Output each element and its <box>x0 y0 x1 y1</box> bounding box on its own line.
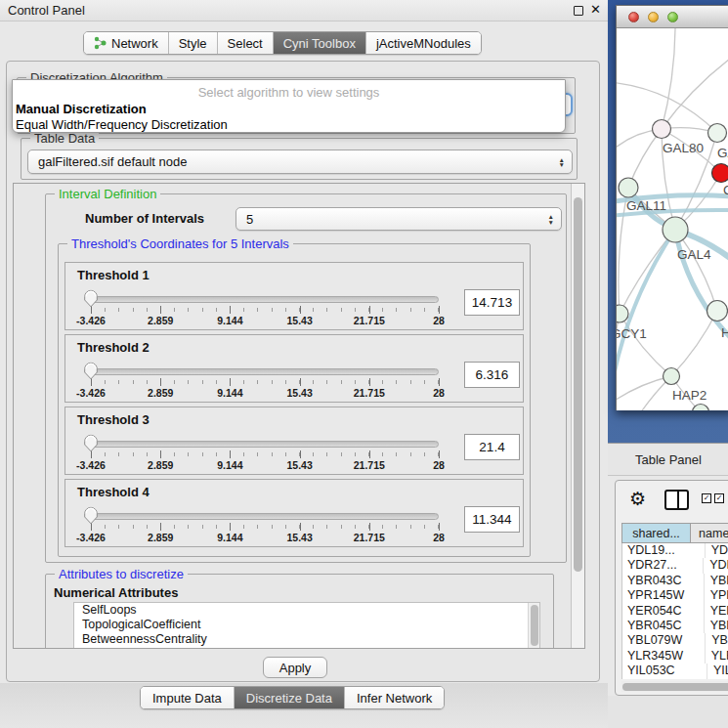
column-view-icon[interactable] <box>664 490 689 510</box>
slider-thumb[interactable] <box>84 506 99 525</box>
network-node-gal80[interactable] <box>653 120 671 139</box>
network-node-hnode[interactable] <box>707 301 728 321</box>
table-cell[interactable]: YIL053C <box>622 664 707 678</box>
algorithm-option-equal-width[interactable]: Equal Width/Frequency Discretization <box>16 117 228 132</box>
scrollbar-thumb[interactable] <box>531 605 538 646</box>
table-cell[interactable]: YDR27... <box>622 558 703 573</box>
table-cell[interactable]: YBR0 <box>704 574 728 588</box>
apply-button[interactable]: Apply <box>263 657 327 678</box>
close-icon[interactable]: ✕ <box>590 2 601 17</box>
tab-jactivemnodules[interactable]: jActiveMNodules <box>366 32 481 54</box>
threshold-slider[interactable]: -3.426 2.859 9.144 15.43 21.715 28 <box>91 511 439 546</box>
table-horizontal-scrollbar[interactable] <box>621 681 728 692</box>
table-row[interactable]: YIL053CYIL0 <box>622 664 728 678</box>
stepper-arrows-icon[interactable]: ▲▼ <box>559 156 565 167</box>
table-cell[interactable]: YLR3 <box>705 649 728 664</box>
threshold-slider[interactable]: -3.426 2.859 9.144 15.43 21.715 28 <box>91 366 439 402</box>
stepper-arrows-icon[interactable]: ▲▼ <box>548 214 554 225</box>
slider-thumb[interactable] <box>84 289 99 308</box>
table-cell[interactable]: YBR043C <box>622 574 704 588</box>
threshold-value-field[interactable]: 11.344 <box>464 506 520 533</box>
tab-network[interactable]: Network <box>84 32 169 54</box>
table-data-combobox[interactable]: galFiltered.sif default node ▲▼ <box>27 150 573 174</box>
slider-track[interactable] <box>91 296 439 303</box>
network-node-gcy1[interactable] <box>617 305 628 322</box>
network-edge[interactable] <box>662 56 728 129</box>
network-window[interactable]: GAL80GALCGAL11GAL4GCY1HHAP2 <box>616 5 728 410</box>
network-node-bpart[interactable] <box>693 405 709 411</box>
attribute-item[interactable]: BetweennessCentrality <box>74 632 539 647</box>
tab-infer-network[interactable]: Infer Network <box>345 687 444 708</box>
slider-track[interactable] <box>91 441 439 448</box>
minimize-traffic-light-icon[interactable] <box>648 12 659 22</box>
attributes-scrollbar[interactable] <box>528 603 539 649</box>
table-cell[interactable]: YDL1 <box>705 543 728 558</box>
close-traffic-light-icon[interactable] <box>628 12 639 22</box>
table-cell[interactable]: YPR1 <box>704 588 728 603</box>
table-row[interactable]: YPR145WYPR1 <box>622 588 728 603</box>
network-edge[interactable] <box>675 230 717 311</box>
network-node-hap2[interactable] <box>664 368 680 385</box>
settings-scrollbar[interactable] <box>571 184 584 648</box>
network-node-gal11[interactable] <box>619 178 638 197</box>
network-node-red[interactable] <box>712 164 728 183</box>
attribute-item[interactable]: TopologicalCoefficient <box>74 618 539 632</box>
table-row[interactable]: YDR27...YDR2 <box>622 558 728 573</box>
table-cell[interactable]: YDL19... <box>622 543 705 558</box>
slider-thumb[interactable] <box>84 362 99 380</box>
table-cell[interactable]: YDR2 <box>703 558 728 573</box>
threshold-slider[interactable]: -3.426 2.859 9.144 15.43 21.715 28 <box>91 439 439 474</box>
num-intervals-combobox[interactable]: 5 ▲▼ <box>236 207 562 231</box>
table-cell[interactable]: YER054C <box>622 604 704 619</box>
threshold-slider[interactable]: -3.426 2.859 9.144 15.43 21.715 28 <box>91 294 439 329</box>
column-header-shared[interactable]: shared... <box>621 523 691 543</box>
tab-impute-data[interactable]: Impute Data <box>141 687 235 708</box>
numerical-attributes-list[interactable]: SelfLoopsTopologicalCoefficientBetweenne… <box>73 602 540 649</box>
slider-track[interactable] <box>91 368 439 375</box>
network-node-gtop[interactable] <box>708 124 727 143</box>
network-canvas[interactable]: GAL80GALCGAL11GAL4GCY1HHAP2 <box>617 28 728 410</box>
table-data-group-title: Table Data <box>30 131 99 146</box>
network-window-titlebar[interactable] <box>617 6 728 28</box>
tab-discretize-data[interactable]: Discretize Data <box>235 687 345 708</box>
zoom-traffic-light-icon[interactable] <box>667 12 678 22</box>
table-cell[interactable]: YBR045C <box>622 619 704 633</box>
slider-scale-labels: -3.426 2.859 9.144 15.43 21.715 28 <box>91 387 439 400</box>
threshold-value-field[interactable]: 6.316 <box>464 362 520 388</box>
slider-thumb[interactable] <box>84 434 99 452</box>
scrollbar-thumb[interactable] <box>622 683 728 691</box>
network-edge[interactable] <box>671 311 717 376</box>
table-row[interactable]: YBR043CYBR0 <box>622 574 728 588</box>
algorithm-option-manual[interactable]: Manual Discretization <box>16 102 147 116</box>
threshold-value-field[interactable]: 21.4 <box>464 434 520 460</box>
slider-scale-labels: -3.426 2.859 9.144 15.43 21.715 28 <box>91 315 439 327</box>
column-header-name[interactable]: name <box>691 523 728 543</box>
network-edge[interactable] <box>617 376 671 405</box>
table-cell[interactable]: YBL0 <box>705 633 728 648</box>
tab-select[interactable]: Select <box>218 32 274 54</box>
table-row[interactable]: YER054CYER0 <box>622 604 728 619</box>
table-cell[interactable]: YER0 <box>704 604 728 619</box>
tab-style[interactable]: Style <box>169 32 218 54</box>
table-body[interactable]: YDL19...YDL1YDR27...YDR2YBR043CYBR0YPR14… <box>621 543 728 679</box>
table-row[interactable]: YLR345WYLR3 <box>622 649 728 664</box>
table-row[interactable]: YBR045CYBR0 <box>622 619 728 633</box>
slider-track[interactable] <box>91 513 439 520</box>
tab-impute-data-label: Impute Data <box>152 691 222 706</box>
tab-cyni-toolbox[interactable]: Cyni Toolbox <box>274 32 366 54</box>
float-window-icon[interactable] <box>574 6 583 16</box>
table-cell[interactable]: YLR345W <box>622 649 705 664</box>
table-cell[interactable]: YPR145W <box>622 588 704 603</box>
attribute-item[interactable]: SelfLoops <box>74 603 539 618</box>
gear-icon[interactable]: ⚙ <box>629 488 646 510</box>
network-graph[interactable]: GAL80GALCGAL11GAL4GCY1HHAP2 <box>617 28 728 410</box>
table-cell[interactable]: YBR0 <box>704 619 728 633</box>
network-node-gal4[interactable] <box>663 217 688 242</box>
table-row[interactable]: YDL19...YDL1 <box>622 543 728 558</box>
table-cell[interactable]: YIL0 <box>707 664 728 678</box>
table-row[interactable]: YBL079WYBL0 <box>622 633 728 648</box>
select-columns-icon[interactable]: ✓✓ <box>702 493 724 503</box>
scrollbar-thumb[interactable] <box>574 197 582 572</box>
table-cell[interactable]: YBL079W <box>622 633 705 648</box>
threshold-value-field[interactable]: 14.713 <box>464 289 520 316</box>
